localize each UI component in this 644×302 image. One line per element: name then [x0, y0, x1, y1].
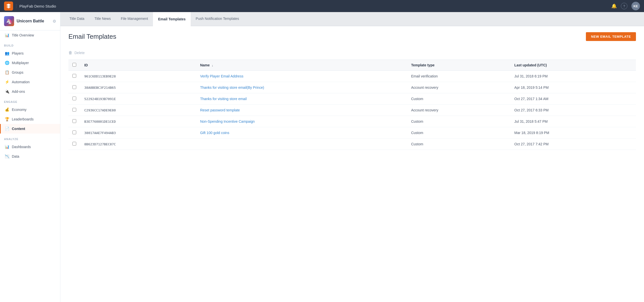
tab-email-templates[interactable]: Email Templates	[153, 12, 190, 26]
studio-name: PlayFab Demo Studio	[16, 4, 56, 8]
row-id-cell: 38A8BEBC3F214B65	[80, 82, 196, 93]
row-checkbox-6[interactable]	[72, 142, 76, 146]
row-name-cell: Verify Player Email Address	[196, 71, 407, 82]
sidebar-item-label: Economy	[12, 108, 26, 112]
sidebar-item-data[interactable]: 📉 Data	[0, 152, 60, 161]
section-label-engage: ENGAGE	[0, 96, 60, 105]
table-row: 522924B193B7091E Thanks for visiting sto…	[68, 93, 636, 105]
row-date-cell: Jul 31, 2018 6:19 PM	[510, 71, 636, 82]
table-toolbar: 🗑 Delete	[68, 48, 636, 58]
sidebar-item-label: Players	[12, 51, 24, 55]
row-type-cell: Custom	[407, 127, 510, 139]
top-nav-left: PlayFab Demo Studio	[4, 2, 56, 11]
row-id-cell: 961C6DD113EB9E28	[80, 71, 196, 82]
row-type-cell: Account recovery	[407, 82, 510, 93]
sidebar-item-dashboards[interactable]: 📊 Dashboards	[0, 142, 60, 152]
row-id-cell: 522924B193B7091E	[80, 93, 196, 105]
new-email-template-button[interactable]: NEW EMAIL TEMPLATE	[586, 32, 636, 41]
col-template-type: Template type	[407, 60, 510, 71]
settings-gear-icon[interactable]: ⚙	[53, 19, 56, 24]
economy-icon: 💰	[5, 107, 9, 112]
row-checkbox-cell	[68, 93, 80, 105]
sidebar-title-section: 🦄 Unicorn Battle ⚙	[0, 12, 60, 30]
multiplayer-icon: 🌐	[5, 61, 9, 65]
sidebar-item-label: Dashboards	[12, 145, 31, 149]
addons-icon: 🔌	[5, 89, 9, 94]
app-layout: 🦄 Unicorn Battle ⚙ 📊 Title Overview BUIL…	[0, 12, 644, 302]
row-checkbox-5[interactable]	[72, 131, 76, 134]
title-icon: 🦄	[4, 16, 14, 26]
template-link-3[interactable]: Reset password template	[200, 108, 240, 112]
template-link-0[interactable]: Verify Player Email Address	[200, 74, 243, 78]
table-row: 961C6DD113EB9E28 Verify Player Email Add…	[68, 71, 636, 82]
table-row: C2936CC17ADE9E80 Reset password template…	[68, 105, 636, 116]
tab-title-data[interactable]: Title Data	[64, 12, 89, 26]
help-icon[interactable]: ?	[621, 3, 627, 9]
row-id-cell: 8B623D7127BEC87C	[80, 139, 196, 150]
col-id: ID	[80, 60, 196, 71]
template-link-1[interactable]: Thanks for visiting store email(By Princ…	[200, 85, 264, 90]
delete-label[interactable]: Delete	[74, 51, 85, 55]
row-checkbox-4[interactable]	[72, 119, 76, 123]
sidebar-item-content[interactable]: 📄 Content	[0, 124, 60, 134]
template-link-5[interactable]: Gift 100 gold coins	[200, 131, 229, 135]
table-row: 38017AAE7F494AB3 Gift 100 gold coins Cus…	[68, 127, 636, 139]
main-content: Title Data Title News File Management Em…	[60, 12, 644, 302]
row-date-cell: Oct 27, 2017 6:33 PM	[510, 105, 636, 116]
row-name-cell	[196, 139, 407, 150]
row-checkbox-3[interactable]	[72, 108, 76, 112]
data-icon: 📉	[5, 154, 9, 159]
sidebar-item-automation[interactable]: ⚡ Automation	[0, 77, 60, 87]
sidebar-item-label: Title Overview	[12, 33, 34, 37]
row-checkbox-2[interactable]	[72, 97, 76, 100]
sidebar-item-multiplayer[interactable]: 🌐 Multiplayer	[0, 58, 60, 68]
email-templates-table: ID Name ↓ Template type Last updated (UT…	[68, 60, 636, 150]
groups-icon: 📋	[5, 70, 9, 75]
sidebar-item-label: Leaderboards	[12, 117, 33, 121]
tab-bar: Title Data Title News File Management Em…	[60, 12, 644, 26]
playfab-logo[interactable]	[4, 2, 13, 11]
top-nav-right: 🔔 ? KE	[611, 2, 640, 10]
players-icon: 👥	[5, 51, 9, 56]
table-row: 38A8BEBC3F214B65 Thanks for visiting sto…	[68, 82, 636, 93]
sidebar-item-leaderboards[interactable]: 🏆 Leaderboards	[0, 114, 60, 124]
notification-bell-icon[interactable]: 🔔	[611, 3, 617, 9]
col-name[interactable]: Name ↓	[196, 60, 407, 71]
table-row: B3E7760801DE1CED Non-Spending Incentive …	[68, 116, 636, 127]
sidebar-item-players[interactable]: 👥 Players	[0, 49, 60, 58]
sidebar-item-addons[interactable]: 🔌 Add-ons	[0, 87, 60, 96]
sidebar-item-label: Content	[12, 127, 25, 131]
sidebar-item-overview[interactable]: 📊 Title Overview	[0, 30, 60, 40]
content-icon: 📄	[5, 126, 9, 131]
section-label-build: BUILD	[0, 40, 60, 49]
row-checkbox-cell	[68, 127, 80, 139]
row-name-cell: Reset password template	[196, 105, 407, 116]
delete-icon: 🗑	[68, 51, 72, 55]
row-checkbox-1[interactable]	[72, 85, 76, 89]
select-all-checkbox[interactable]	[72, 63, 76, 67]
tab-file-management[interactable]: File Management	[116, 12, 153, 26]
sidebar: 🦄 Unicorn Battle ⚙ 📊 Title Overview BUIL…	[0, 12, 60, 302]
row-id-cell: 38017AAE7F494AB3	[80, 127, 196, 139]
row-checkbox-0[interactable]	[72, 74, 76, 78]
table-row: 8B623D7127BEC87C Custom Oct 27, 2017 7:4…	[68, 139, 636, 150]
row-checkbox-cell	[68, 82, 80, 93]
sidebar-item-economy[interactable]: 💰 Economy	[0, 105, 60, 114]
template-link-4[interactable]: Non-Spending Incentive Campaign	[200, 119, 255, 123]
row-type-cell: Account recovery	[407, 105, 510, 116]
sidebar-item-label: Groups	[12, 70, 23, 74]
tab-push-notification[interactable]: Push Notification Templates	[191, 12, 244, 26]
row-name-cell: Thanks for visiting store email(By Princ…	[196, 82, 407, 93]
row-name-cell: Thanks for visiting store email	[196, 93, 407, 105]
row-checkbox-cell	[68, 71, 80, 82]
sidebar-item-groups[interactable]: 📋 Groups	[0, 68, 60, 77]
row-type-cell: Custom	[407, 93, 510, 105]
row-date-cell: Mar 18, 2019 8:19 PM	[510, 127, 636, 139]
row-id-cell: B3E7760801DE1CED	[80, 116, 196, 127]
sidebar-item-label: Multiplayer	[12, 61, 29, 65]
user-avatar[interactable]: KE	[631, 2, 640, 10]
row-type-cell: Email verification	[407, 71, 510, 82]
tab-title-news[interactable]: Title News	[89, 12, 116, 26]
template-link-2[interactable]: Thanks for visiting store email	[200, 97, 247, 101]
row-name-cell: Gift 100 gold coins	[196, 127, 407, 139]
